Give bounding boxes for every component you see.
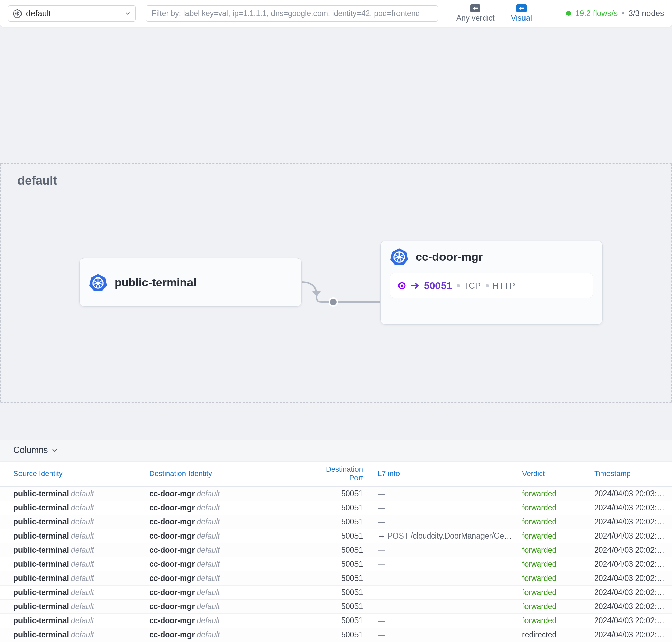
- table-row[interactable]: public-terminaldefaultcc-door-mgrdefault…: [0, 628, 672, 642]
- service-node-cc-door-mgr[interactable]: cc-door-mgr 50051 TCP HTTP: [380, 241, 603, 324]
- arrow-right-icon: [410, 282, 419, 289]
- cell-l7: —: [373, 600, 518, 614]
- table-row[interactable]: public-terminaldefaultcc-door-mgrdefault…: [0, 600, 672, 614]
- cell-port: 50051: [306, 628, 373, 642]
- namespace-boundary: default public-terminal cc-door-mgr: [0, 163, 672, 403]
- cell-l7: —: [373, 586, 518, 600]
- col-port[interactable]: Destination Port: [306, 462, 373, 487]
- cell-destination: cc-door-mgrdefault: [144, 487, 306, 501]
- table-row[interactable]: public-terminaldefaultcc-door-mgrdefault…: [0, 529, 672, 543]
- cell-destination: cc-door-mgrdefault: [144, 543, 306, 557]
- table-row[interactable]: public-terminaldefaultcc-door-mgrdefault…: [0, 614, 672, 628]
- cell-port: 50051: [306, 572, 373, 586]
- cell-source: public-terminaldefault: [0, 572, 144, 586]
- svg-marker-18: [313, 291, 320, 297]
- cell-destination: cc-door-mgrdefault: [144, 586, 306, 600]
- cell-destination: cc-door-mgrdefault: [144, 614, 306, 628]
- cell-verdict: forwarded: [518, 501, 590, 515]
- cell-destination: cc-door-mgrdefault: [144, 515, 306, 529]
- any-verdict-icon: [470, 4, 481, 12]
- cell-l7: —: [373, 628, 518, 642]
- k8s-icon: [390, 248, 408, 266]
- col-timestamp[interactable]: Timestamp: [590, 462, 672, 487]
- tab-any-verdict[interactable]: Any verdict: [448, 4, 503, 23]
- status-bar: 19.2 flows/s • 3/3 nodes: [566, 9, 664, 18]
- cell-l7: —: [373, 572, 518, 586]
- cell-verdict: forwarded: [518, 543, 590, 557]
- cell-verdict: forwarded: [518, 614, 590, 628]
- port-number: 50051: [424, 280, 452, 291]
- cell-timestamp: 2024/04/03 20:02:06...: [590, 543, 672, 557]
- cell-port: 50051: [306, 557, 373, 572]
- topology-canvas[interactable]: default public-terminal cc-door-mgr: [0, 27, 672, 440]
- cell-l7: —: [373, 543, 518, 557]
- cell-timestamp: 2024/04/03 20:02:06...: [590, 572, 672, 586]
- svg-point-19: [329, 298, 337, 306]
- cell-l7: —: [373, 487, 518, 501]
- view-tabs: Any verdict Visual: [448, 4, 540, 23]
- service-name: cc-door-mgr: [416, 250, 483, 264]
- cell-source: public-terminaldefault: [0, 614, 144, 628]
- col-l7[interactable]: L7 info: [373, 462, 518, 487]
- columns-toggle[interactable]: Columns: [0, 440, 672, 462]
- endpoint-port-row[interactable]: 50051 TCP HTTP: [390, 273, 593, 298]
- table-row[interactable]: public-terminaldefaultcc-door-mgrdefault…: [0, 586, 672, 600]
- toolbar: default Filter by: label key=val, ip=1.1…: [0, 0, 672, 27]
- cell-source: public-terminaldefault: [0, 557, 144, 572]
- filter-placeholder: Filter by: label key=val, ip=1.1.1.1, dn…: [152, 9, 420, 18]
- cell-l7: —: [373, 501, 518, 515]
- cell-port: 50051: [306, 586, 373, 600]
- cell-timestamp: 2024/04/03 20:02:06...: [590, 586, 672, 600]
- tab-any-verdict-label: Any verdict: [456, 14, 495, 23]
- filter-input[interactable]: Filter by: label key=val, ip=1.1.1.1, dn…: [146, 5, 438, 22]
- cell-destination: cc-door-mgrdefault: [144, 557, 306, 572]
- cell-verdict: forwarded: [518, 487, 590, 501]
- flows-panel: Columns Source Identity Destination Iden…: [0, 440, 672, 642]
- cell-destination: cc-door-mgrdefault: [144, 628, 306, 642]
- table-row[interactable]: public-terminaldefaultcc-door-mgrdefault…: [0, 557, 672, 572]
- cell-l7: —: [373, 557, 518, 572]
- namespace-title: default: [17, 174, 57, 188]
- target-icon: [398, 282, 406, 290]
- cell-source: public-terminaldefault: [0, 600, 144, 614]
- cell-port: 50051: [306, 487, 373, 501]
- cell-timestamp: 2024/04/03 20:03:06...: [590, 501, 672, 515]
- col-destination[interactable]: Destination Identity: [144, 462, 306, 487]
- cell-verdict: forwarded: [518, 586, 590, 600]
- columns-label: Columns: [13, 445, 48, 455]
- tab-visual[interactable]: Visual: [503, 4, 540, 23]
- col-source[interactable]: Source Identity: [0, 462, 144, 487]
- cell-verdict: forwarded: [518, 529, 590, 543]
- cell-source: public-terminaldefault: [0, 487, 144, 501]
- table-header-row: Source Identity Destination Identity Des…: [0, 462, 672, 487]
- cell-source: public-terminaldefault: [0, 501, 144, 515]
- table-row[interactable]: public-terminaldefaultcc-door-mgrdefault…: [0, 543, 672, 557]
- table-row[interactable]: public-terminaldefaultcc-door-mgrdefault…: [0, 501, 672, 515]
- namespace-select-value: default: [26, 9, 121, 18]
- k8s-namespace-icon: [13, 9, 22, 18]
- cell-port: 50051: [306, 614, 373, 628]
- cell-verdict: redirected: [518, 628, 590, 642]
- cell-l7: —: [373, 614, 518, 628]
- cell-timestamp: 2024/04/03 20:02:06...: [590, 529, 672, 543]
- table-row[interactable]: public-terminaldefaultcc-door-mgrdefault…: [0, 572, 672, 586]
- status-dot-icon: [566, 11, 571, 16]
- cell-port: 50051: [306, 501, 373, 515]
- cell-source: public-terminaldefault: [0, 543, 144, 557]
- cell-port: 50051: [306, 543, 373, 557]
- cell-timestamp: 2024/04/03 20:02:06...: [590, 557, 672, 572]
- col-verdict[interactable]: Verdict: [518, 462, 590, 487]
- nodes-count: 3/3 nodes: [629, 9, 664, 18]
- cell-l7: —: [373, 515, 518, 529]
- cell-destination: cc-door-mgrdefault: [144, 529, 306, 543]
- cell-l7: → POST /cloudcity.DoorManager/GetName...: [373, 529, 518, 543]
- protocol-tcp: TCP: [457, 281, 481, 291]
- service-node-public-terminal[interactable]: public-terminal: [79, 258, 302, 307]
- table-row[interactable]: public-terminaldefaultcc-door-mgrdefault…: [0, 515, 672, 529]
- cell-source: public-terminaldefault: [0, 515, 144, 529]
- k8s-icon: [89, 273, 107, 292]
- cell-verdict: forwarded: [518, 600, 590, 614]
- cell-verdict: forwarded: [518, 572, 590, 586]
- table-row[interactable]: public-terminaldefaultcc-door-mgrdefault…: [0, 487, 672, 501]
- namespace-select[interactable]: default: [8, 5, 136, 22]
